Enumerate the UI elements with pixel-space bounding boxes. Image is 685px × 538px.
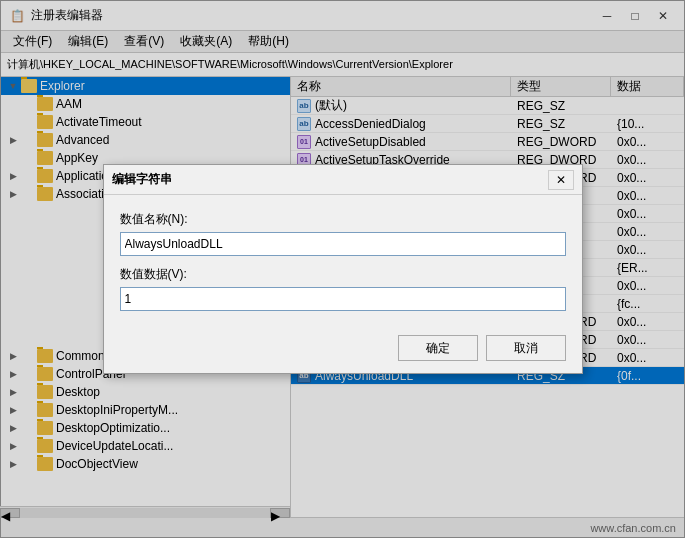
- name-label: 数值名称(N):: [120, 211, 566, 228]
- data-input[interactable]: [120, 287, 566, 311]
- dialog-title: 编辑字符串: [112, 171, 548, 188]
- edit-string-dialog: 编辑字符串 ✕ 数值名称(N): 数值数据(V): 确定 取消: [103, 164, 583, 374]
- cancel-button[interactable]: 取消: [486, 335, 566, 361]
- name-input[interactable]: [120, 232, 566, 256]
- dialog-overlay: 编辑字符串 ✕ 数值名称(N): 数值数据(V): 确定 取消: [0, 0, 685, 538]
- dialog-body: 数值名称(N): 数值数据(V):: [104, 195, 582, 327]
- data-field-group: 数值数据(V):: [120, 266, 566, 311]
- data-label: 数值数据(V):: [120, 266, 566, 283]
- dialog-close-button[interactable]: ✕: [548, 170, 574, 190]
- ok-button[interactable]: 确定: [398, 335, 478, 361]
- dialog-footer: 确定 取消: [104, 327, 582, 373]
- name-field-group: 数值名称(N):: [120, 211, 566, 256]
- dialog-title-bar: 编辑字符串 ✕: [104, 165, 582, 195]
